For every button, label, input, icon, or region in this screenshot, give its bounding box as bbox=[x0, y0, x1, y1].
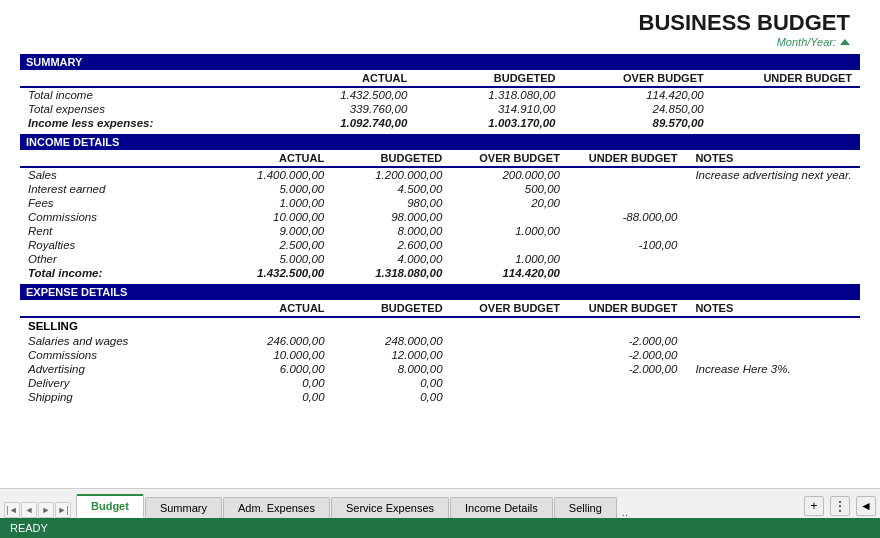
income-details-table: INCOME DETAILS ACTUAL BUDGETED OVER BUDG… bbox=[20, 134, 860, 280]
summary-col-actual: ACTUAL bbox=[267, 70, 415, 87]
tab-budget[interactable]: Budget bbox=[76, 494, 144, 518]
title-area: BUSINESS BUDGET Month/Year: bbox=[20, 10, 860, 48]
expense-row-4: Delivery 0,00 0,00 bbox=[20, 376, 860, 390]
tab-income-details[interactable]: Income Details bbox=[450, 497, 553, 518]
summary-col-over: OVER BUDGET bbox=[564, 70, 712, 87]
income-row-4: Commissions 10.000,00 98.000,00 -88.000,… bbox=[20, 210, 860, 224]
summary-col-under: UNDER BUDGET bbox=[712, 70, 860, 87]
income-col-actual: ACTUAL bbox=[214, 150, 332, 167]
income-row-2: Interest earned 5.000,00 4.500,00 500,00 bbox=[20, 182, 860, 196]
last-sheet-btn[interactable]: ►| bbox=[55, 502, 71, 518]
tab-selling[interactable]: Selling bbox=[554, 497, 617, 518]
expense-row-5: Shipping 0,00 0,00 bbox=[20, 390, 860, 404]
summary-section-header: SUMMARY bbox=[20, 54, 860, 70]
scroll-right-button[interactable]: ◄ bbox=[856, 496, 876, 516]
status-bar: READY bbox=[0, 518, 880, 538]
summary-row-3: Income less expenses: 1.092.740,00 1.003… bbox=[20, 116, 860, 130]
income-col-budgeted: BUDGETED bbox=[332, 150, 450, 167]
next-sheet-btn[interactable]: ► bbox=[38, 502, 54, 518]
income-col-over: OVER BUDGET bbox=[450, 150, 568, 167]
expense-row-1: Salaries and wages 246.000,00 248.000,00… bbox=[20, 334, 860, 348]
income-row-5: Rent 9.000,00 8.000,00 1.000,00 bbox=[20, 224, 860, 238]
income-row-7: Other 5.000,00 4.000,00 1.000,00 bbox=[20, 252, 860, 266]
selling-label-row: SELLING bbox=[20, 317, 860, 334]
tab-service-expenses[interactable]: Service Expenses bbox=[331, 497, 449, 518]
prev-sheet-btn[interactable]: ◄ bbox=[21, 502, 37, 518]
expense-col-over: OVER BUDGET bbox=[451, 300, 568, 317]
expense-col-under: UNDER BUDGET bbox=[568, 300, 685, 317]
income-row-1: Sales 1.400.000,00 1.200.000,00 200.000,… bbox=[20, 167, 860, 182]
income-col-under: UNDER BUDGET bbox=[568, 150, 685, 167]
expense-section-header: EXPENSE DETAILS bbox=[20, 284, 860, 300]
first-sheet-btn[interactable]: |◄ bbox=[4, 502, 20, 518]
business-title: BUSINESS BUDGET bbox=[639, 10, 850, 36]
sheet-options-button[interactable]: ⋮ bbox=[830, 496, 850, 516]
income-total-row: Total income: 1.432.500,00 1.318.080,00 … bbox=[20, 266, 860, 280]
income-section-header: INCOME DETAILS bbox=[20, 134, 860, 150]
summary-label: SUMMARY bbox=[20, 54, 860, 70]
status-label: READY bbox=[10, 522, 48, 534]
expense-col-headers: ACTUAL BUDGETED OVER BUDGET UNDER BUDGET… bbox=[20, 300, 860, 317]
expense-col-budgeted: BUDGETED bbox=[333, 300, 451, 317]
expense-row-3: Advertising 6.000,00 8.000,00 -2.000,00 … bbox=[20, 362, 860, 376]
tab-bar: |◄ ◄ ► ►| Budget Summary Adm. Expenses S… bbox=[0, 488, 880, 518]
income-col-notes: NOTES bbox=[685, 150, 860, 167]
month-year-label: Month/Year: bbox=[639, 36, 850, 48]
expense-col-actual: ACTUAL bbox=[215, 300, 333, 317]
summary-row-1: Total income 1.432.500,00 1.318.080,00 1… bbox=[20, 87, 860, 102]
expense-col-notes: NOTES bbox=[685, 300, 860, 317]
tab-actions: + ⋮ ◄ bbox=[804, 496, 876, 518]
spreadsheet-area: BUSINESS BUDGET Month/Year: SUMMARY ACTU… bbox=[0, 0, 880, 488]
summary-table: SUMMARY ACTUAL BUDGETED OVER BUDGET UNDE… bbox=[20, 54, 860, 130]
expense-details-table: EXPENSE DETAILS ACTUAL BUDGETED OVER BUD… bbox=[20, 284, 860, 404]
summary-col-headers: ACTUAL BUDGETED OVER BUDGET UNDER BUDGET bbox=[20, 70, 860, 87]
summary-row-2: Total expenses 339.760,00 314.910,00 24.… bbox=[20, 102, 860, 116]
sheet-nav: |◄ ◄ ► ►| bbox=[4, 502, 71, 518]
summary-col-budgeted: BUDGETED bbox=[415, 70, 563, 87]
tab-summary[interactable]: Summary bbox=[145, 497, 222, 518]
expense-label: EXPENSE DETAILS bbox=[20, 284, 860, 300]
tab-adm-expenses[interactable]: Adm. Expenses bbox=[223, 497, 330, 518]
income-label: INCOME DETAILS bbox=[20, 134, 860, 150]
income-row-3: Fees 1.000,00 980,00 20,00 bbox=[20, 196, 860, 210]
income-col-headers: ACTUAL BUDGETED OVER BUDGET UNDER BUDGET… bbox=[20, 150, 860, 167]
add-sheet-button[interactable]: + bbox=[804, 496, 824, 516]
expense-row-2: Commissions 10.000,00 12.000,00 -2.000,0… bbox=[20, 348, 860, 362]
title-block: BUSINESS BUDGET Month/Year: bbox=[639, 10, 850, 48]
tab-ellipsis: .. bbox=[618, 506, 632, 518]
income-row-6: Royalties 2.500,00 2.600,00 -100,00 bbox=[20, 238, 860, 252]
